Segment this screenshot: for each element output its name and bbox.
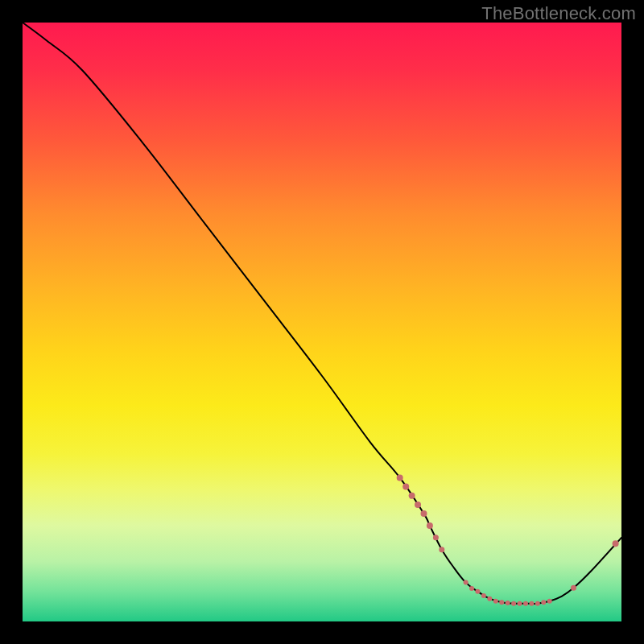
marker-point <box>409 493 415 499</box>
curve-svg <box>23 23 621 621</box>
marker-point <box>439 547 444 552</box>
marker-point <box>481 593 486 598</box>
marker-point <box>433 535 439 540</box>
bottleneck-curve <box>23 23 621 604</box>
marker-point <box>469 586 474 591</box>
marker-point <box>523 601 528 606</box>
marker-point <box>493 599 498 604</box>
marker-point <box>571 585 576 591</box>
marker-point <box>487 597 492 601</box>
marker-point <box>499 600 504 605</box>
marker-point <box>506 601 510 605</box>
marker-point <box>397 474 403 481</box>
marker-point <box>511 601 516 606</box>
marker-point <box>541 600 546 605</box>
marker-point <box>547 599 552 604</box>
marker-point <box>475 589 480 594</box>
plot-area <box>23 23 621 621</box>
marker-point <box>402 484 409 490</box>
marker-point <box>529 601 534 606</box>
chart-frame: TheBottleneck.com <box>0 0 644 644</box>
marker-point <box>535 601 540 606</box>
marker-point <box>464 580 469 585</box>
marker-point <box>613 540 619 547</box>
watermark-text: TheBottleneck.com <box>481 3 636 24</box>
highlight-markers <box>397 474 619 605</box>
marker-point <box>421 510 427 517</box>
marker-point <box>427 522 433 529</box>
marker-point <box>415 502 421 508</box>
marker-point <box>518 601 522 606</box>
